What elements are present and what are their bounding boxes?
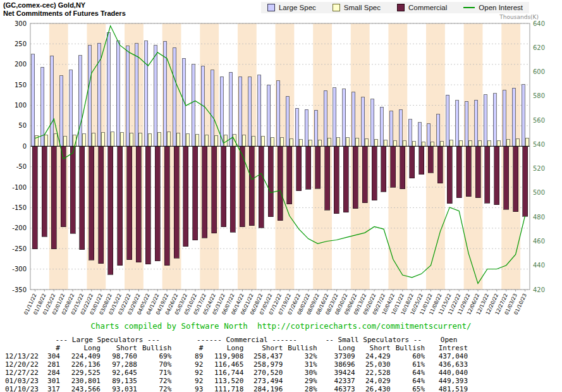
svg-text:520: 520 [533,165,545,172]
row-date: 01/10/23 [3,385,41,392]
legend-item-commercial: Commercial [397,4,447,11]
svg-text:0: 0 [23,143,27,150]
row-value: 243,566 [63,385,103,392]
svg-text:540: 540 [533,141,545,148]
row-value: 24,029 [358,377,393,385]
row-value: 98,760 [103,352,140,360]
row-value: 281 [41,360,63,369]
row-value: 38696 [320,360,358,369]
legend-label: Commercial [408,4,447,11]
row-value: 37309 [320,352,358,360]
legend-line-swatch [463,7,475,8]
row-value: 116,744 [205,369,246,377]
right-axis-labels: 640620600580560540520500480460440420 [533,20,545,293]
svg-text:560: 560 [533,117,545,124]
legend-box-swatch [397,4,405,11]
row-value: 304 [41,352,63,360]
table-corner [3,344,41,352]
right-axis-units-label: Thousands(K) [499,14,539,20]
group-header-commercial: ------ Commercial ------ [174,336,319,344]
table-row: 01/10/23317243,56693,03172%93111,718284,… [3,385,470,392]
row-value: 258,437 [246,352,285,360]
svg-text:480: 480 [533,214,545,221]
credit-spacer [248,321,257,331]
row-value: 64% [393,369,427,377]
legend-label: Open Interest [479,4,523,11]
column-header: Short [103,344,140,352]
svg-text:-200: -200 [12,224,27,231]
row-value: 39424 [320,369,358,377]
row-value: 31% [285,360,319,369]
column-header: Long [320,344,358,352]
row-value: 440,040 [427,369,470,377]
row-value: 69% [140,352,174,360]
left-axis-labels: 300250200150100500-50-100-150-200-250-30… [12,20,27,293]
svg-text:580: 580 [533,92,545,99]
row-value: 284,196 [246,385,285,392]
row-value: 24,429 [358,352,393,360]
row-value: 60% [393,352,427,360]
row-value: 92 [174,377,205,385]
svg-text:-50: -50 [16,163,27,170]
row-value: 89,135 [103,377,140,385]
row-date: 12/13/22 [3,352,41,360]
row-value: 119,908 [205,352,246,360]
row-value: 116,465 [205,360,246,369]
svg-text:500: 500 [533,189,545,196]
legend-item-open-interest: Open Interest [463,4,523,11]
row-value: 71% [140,369,174,377]
column-header: Bullish [285,344,319,352]
svg-text:600: 600 [533,68,545,75]
row-value: 89 [174,352,205,360]
column-header: Short [358,344,393,352]
legend-box-swatch [267,4,275,11]
credit-line: Charts compiled by Software North http:/… [0,321,562,331]
column-header: Short [246,344,285,352]
row-value: 61% [393,360,427,369]
row-value: 301 [41,377,63,385]
credit-text: Charts compiled by Software North [90,321,247,331]
chart-legend: Large SpecSmall SpecCommercialOpen Inter… [261,2,529,13]
cot-chart-svg: 300250200150100500-50-100-150-200-250-30… [0,0,562,320]
row-value: 270,520 [246,369,285,377]
row-value: 273,494 [246,377,285,385]
group-header-small-speculators: -- Small Speculators -- [320,336,427,344]
column-header: # [174,344,205,352]
svg-text:50: 50 [18,122,27,129]
row-date: 12/27/22 [3,369,41,377]
svg-text:-300: -300 [12,266,27,273]
column-header: Intrest [427,344,470,352]
cot-data-table: --- Large Speculators --------- Commerci… [3,336,470,392]
column-header: Bullish [140,344,174,352]
row-value: 32% [285,352,319,360]
row-value: 284 [41,369,63,377]
legend-item-large-spec: Large Spec [267,4,316,11]
svg-text:300: 300 [15,20,27,27]
credit-url[interactable]: http://cotpricecharts.com/commitmentscur… [257,321,472,331]
row-value: 92 [174,369,205,377]
svg-text:-150: -150 [12,204,27,211]
row-value: 46373 [320,385,358,392]
row-value: 42337 [320,377,358,385]
row-value: 72% [140,377,174,385]
svg-text:-100: -100 [12,184,27,191]
row-value: 226,136 [63,360,103,369]
legend-item-small-spec: Small Spec [333,4,381,11]
row-value: 97,288 [103,360,140,369]
row-value: 449,393 [427,377,470,385]
svg-text:620: 620 [533,44,545,51]
table-row: 12/20/22281226,13697,28870%92116,465258,… [3,360,470,369]
group-header-open-interest: Open [427,336,470,344]
row-value: 436,633 [427,360,470,369]
legend-box-swatch [333,4,340,11]
row-value: 229,525 [63,369,103,377]
svg-text:460: 460 [533,238,545,245]
row-value: 92,645 [103,369,140,377]
row-value: 317 [41,385,63,392]
row-value: 258,979 [246,360,285,369]
column-header: Bullish [393,344,427,352]
row-value: 29% [285,377,319,385]
svg-text:440: 440 [533,262,545,269]
legend-label: Large Spec [279,4,316,11]
column-header: Long [205,344,246,352]
